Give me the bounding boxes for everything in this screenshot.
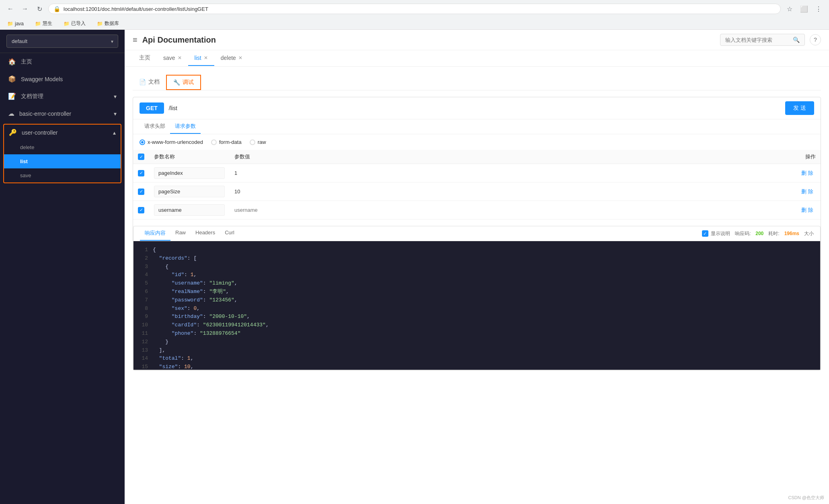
radio-label: x-www-form-urlencoded: [148, 139, 203, 145]
code-line: 3 {: [138, 263, 815, 271]
address-bar: 🔒: [48, 4, 781, 14]
code-line: 8 "sex": 0,: [138, 305, 815, 313]
tab-close-icon[interactable]: ✕: [238, 55, 242, 61]
resp-tab-headers[interactable]: Headers: [191, 226, 220, 241]
back-button[interactable]: ←: [5, 3, 16, 14]
api-header: GET /list 发 送: [133, 97, 821, 119]
sidebar-item-label: 文档管理: [21, 93, 43, 100]
param-value-pageIndex[interactable]: [234, 168, 792, 178]
bookmark-button[interactable]: ☆: [784, 3, 795, 14]
col-header-name: 参数名称: [149, 150, 230, 164]
radio-raw[interactable]: raw: [250, 139, 266, 145]
bookmark-imported[interactable]: 📁 已导入: [61, 19, 88, 28]
help-button[interactable]: ?: [810, 34, 821, 45]
delete-link-pageIndex[interactable]: 删 除: [801, 170, 813, 176]
group-selector[interactable]: default: [6, 35, 118, 48]
menu-button[interactable]: ⋮: [813, 3, 824, 14]
radio-urlencoded[interactable]: x-www-form-urlencoded: [140, 139, 203, 145]
select-all-checkbox[interactable]: [138, 154, 144, 160]
radio-formdata[interactable]: form-data: [211, 139, 242, 145]
show-desc-text: 显示说明: [711, 230, 730, 237]
tab-close-icon[interactable]: ✕: [204, 55, 208, 61]
bookmark-label: java: [15, 21, 24, 27]
top-bar: ≡ Api Documentation 🔍 ?: [125, 30, 829, 50]
sidebar-item-label: basic-error-controller: [19, 111, 71, 117]
sidebar-item-basic-error[interactable]: ☁ basic-error-controller ▾: [0, 105, 125, 122]
sidebar-item-user-controller[interactable]: 🔑 user-controller ▴: [4, 125, 121, 140]
sub-tab-doc[interactable]: 📄 文档: [133, 75, 166, 90]
table-row: pageSize 删 除: [133, 182, 821, 201]
tab-close-icon[interactable]: ✕: [178, 55, 182, 61]
resp-tab-raw[interactable]: Raw: [170, 226, 191, 241]
page-title: Api Documentation: [142, 35, 216, 45]
sidebar-item-label: user-controller: [22, 129, 57, 136]
row-checkbox-pageIndex[interactable]: [138, 170, 144, 176]
param-name-username: username: [154, 204, 225, 216]
resp-tab-curl[interactable]: Curl: [220, 226, 239, 241]
radio-label: form-data: [219, 139, 242, 145]
delete-link-username[interactable]: 删 除: [801, 207, 813, 213]
sidebar-sub-item-save[interactable]: save: [4, 168, 121, 182]
delete-link-pageSize[interactable]: 删 除: [801, 188, 813, 195]
sidebar-sub-item-delete[interactable]: delete: [4, 140, 121, 154]
api-path: /list: [169, 105, 780, 111]
search-icon[interactable]: 🔍: [793, 37, 800, 43]
show-desc-checkbox[interactable]: [702, 230, 708, 237]
code-line: 13 ],: [138, 346, 815, 355]
send-button[interactable]: 发 送: [785, 101, 814, 115]
sidebar-sub-item-list[interactable]: list: [4, 154, 121, 168]
sidebar-item-label: Swagger Models: [21, 76, 63, 82]
sidebar-dropdown-wrapper: default: [0, 30, 125, 53]
code-line: 5 "username": "liming",: [138, 279, 815, 288]
url-input[interactable]: [64, 6, 776, 12]
code-line: 4 "id": 1,: [138, 271, 815, 279]
tab-save[interactable]: save ✕: [157, 51, 188, 66]
hamburger-icon[interactable]: ≡: [133, 35, 137, 45]
row-name-cell: username: [149, 201, 230, 219]
col-header-value: 参数值: [230, 150, 796, 164]
request-tabs: 请求头部 请求参数: [133, 119, 821, 134]
forward-button[interactable]: →: [19, 3, 31, 14]
show-desc-label[interactable]: 显示说明: [702, 230, 730, 237]
row-check-cell: [133, 182, 149, 201]
param-name-pageIndex: pageIndex: [154, 167, 225, 179]
key-icon: 🔑: [9, 129, 17, 136]
req-tab-params[interactable]: 请求参数: [170, 119, 201, 134]
row-checkbox-pageSize[interactable]: [138, 188, 144, 195]
radio-label: raw: [258, 139, 266, 145]
sidebar-item-docmgmt[interactable]: 📝 文档管理 ▾: [0, 88, 125, 105]
search-input[interactable]: [725, 37, 790, 43]
radio-circle-formdata: [211, 139, 217, 145]
status-value: 200: [755, 231, 763, 236]
tab-list[interactable]: list ✕: [188, 51, 214, 66]
docmgmt-icon: 📝: [8, 92, 16, 100]
row-checkbox-username[interactable]: [138, 207, 144, 213]
tabs-bar: 主页 save ✕ list ✕ delete ✕: [125, 50, 829, 67]
extension-button[interactable]: ⬜: [798, 3, 810, 14]
bookmark-database[interactable]: 📁 数据库: [94, 19, 121, 28]
tab-label: list: [195, 55, 201, 61]
chevron-down-icon: ▾: [114, 93, 117, 100]
row-name-cell: pageSize: [149, 182, 230, 201]
refresh-button[interactable]: ↻: [34, 3, 45, 14]
param-value-username[interactable]: [234, 205, 792, 215]
bookmark-huisheng[interactable]: 📁 慧生: [33, 19, 55, 28]
bookmarks-bar: 📁 java 📁 慧生 📁 已导入 📁 数据库: [0, 18, 829, 29]
code-line: 12 }: [138, 338, 815, 346]
req-tab-headers[interactable]: 请求头部: [140, 119, 170, 134]
tab-home[interactable]: 主页: [133, 50, 157, 66]
sidebar-item-swagger[interactable]: 📦 Swagger Models: [0, 70, 125, 88]
row-value-cell: [230, 182, 796, 201]
bookmark-java[interactable]: 📁 java: [5, 20, 26, 27]
tab-label: 主页: [139, 54, 150, 61]
debug-icon: 🔧: [173, 79, 180, 86]
sub-tab-debug[interactable]: 🔧 调试: [166, 75, 201, 90]
sidebar-item-label: 主页: [21, 58, 32, 66]
sub-tabs: 📄 文档 🔧 调试: [133, 75, 821, 90]
tab-delete[interactable]: delete ✕: [214, 51, 249, 66]
browser-toolbar: ← → ↻ 🔒 ☆ ⬜ ⋮: [0, 0, 829, 18]
param-value-pageSize[interactable]: [234, 187, 792, 196]
sidebar: default 🏠 主页 📦 Swagger Models 📝 文档管理 ▾: [0, 30, 125, 504]
resp-tab-content[interactable]: 响应内容: [140, 226, 170, 241]
sidebar-item-home[interactable]: 🏠 主页: [0, 53, 125, 70]
